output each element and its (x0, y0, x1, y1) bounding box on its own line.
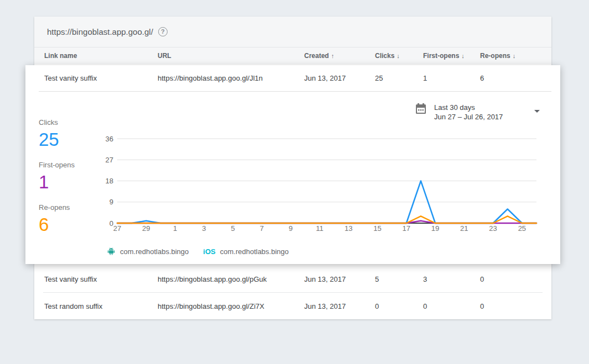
date-range-preset: Last 30 days (434, 103, 503, 112)
calendar-icon (415, 103, 426, 115)
legend-item-ios-app: iOS com.redhotlabs.bingo (203, 247, 289, 256)
first-opens-cell: 0 (423, 302, 480, 310)
svg-text:3: 3 (202, 224, 206, 233)
svg-text:27: 27 (113, 224, 121, 233)
sort-desc-icon: ↓ (461, 52, 465, 59)
svg-text:11: 11 (316, 224, 324, 233)
re-opens-cell: 0 (480, 275, 551, 283)
svg-text:9: 9 (110, 198, 113, 206)
column-header-link-name[interactable]: Link name (44, 52, 158, 60)
legend-item-android-app: com.redhotlabs.bingo (107, 247, 189, 256)
svg-text:5: 5 (231, 224, 234, 233)
sort-desc-icon: ↓ (397, 52, 400, 59)
first-opens-stat-value: 1 (39, 172, 105, 192)
clicks-stat-label: Clicks (39, 118, 105, 126)
table-header-row: Link name URL Created↑ Clicks↓ First-ope… (34, 48, 551, 64)
clicks-cell: 25 (375, 74, 423, 82)
dynamic-link-domain: https://bingoblast.app.goo.gl/ (47, 27, 153, 36)
column-header-re-opens[interactable]: Re-opens↓ (480, 52, 551, 60)
column-header-url[interactable]: URL (158, 52, 304, 60)
help-icon[interactable]: ? (158, 27, 168, 36)
stats-summary: Clicks 25 First-opens 1 Re-opens 6 (39, 118, 105, 246)
svg-text:7: 7 (260, 224, 264, 233)
first-opens-cell: 3 (423, 275, 480, 283)
svg-text:15: 15 (373, 224, 381, 233)
created-cell: Jun 13, 2017 (304, 302, 375, 310)
svg-text:17: 17 (403, 224, 410, 233)
table-row[interactable]: Test vanity suffix https://bingoblast.ap… (34, 266, 551, 292)
ios-icon: iOS (203, 247, 215, 256)
svg-text:29: 29 (142, 224, 150, 233)
expanded-link-analytics-panel: Test vanity suffix https://bingoblast.ap… (25, 65, 560, 264)
table-rows: Test vanity suffix https://bingoblast.ap… (34, 266, 551, 319)
link-name-cell: Test random suffix (44, 302, 158, 310)
svg-text:13: 13 (345, 224, 352, 233)
analytics-line-chart: 091827362729135791113151719212325 (103, 133, 551, 235)
url-cell: https://bingoblast.app.goo.gl/Zi7X (158, 302, 304, 310)
sort-asc-icon: ↑ (331, 52, 335, 59)
table-row[interactable]: Test random suffix https://bingoblast.ap… (34, 293, 551, 319)
card-header: https://bingoblast.app.goo.gl/ ? (34, 17, 551, 48)
svg-text:36: 36 (106, 135, 113, 143)
android-icon (107, 247, 116, 256)
sort-desc-icon: ↓ (513, 52, 516, 59)
link-name-cell: Test vanity suffix (44, 74, 158, 82)
svg-text:21: 21 (460, 224, 468, 233)
re-opens-cell: 0 (480, 302, 551, 310)
divider (39, 91, 551, 92)
svg-text:27: 27 (106, 156, 113, 164)
re-opens-stat-value: 6 (39, 215, 105, 235)
re-opens-cell: 6 (480, 74, 560, 82)
clicks-stat-value: 25 (39, 130, 105, 150)
svg-text:25: 25 (518, 224, 526, 233)
created-cell: Jun 13, 2017 (304, 74, 375, 82)
expanded-table-row[interactable]: Test vanity suffix https://bingoblast.ap… (34, 65, 560, 91)
clicks-cell: 0 (375, 302, 423, 310)
date-range-picker[interactable]: Last 30 days Jun 27 – Jul 26, 2017 (415, 103, 503, 122)
created-cell: Jun 13, 2017 (304, 275, 375, 283)
re-opens-stat-label: Re-opens (39, 203, 105, 212)
chevron-down-icon[interactable] (534, 110, 540, 113)
first-opens-stat-label: First-opens (39, 161, 105, 169)
clicks-cell: 5 (375, 275, 423, 283)
column-header-clicks[interactable]: Clicks↓ (375, 52, 423, 60)
date-range-dates: Jun 27 – Jul 26, 2017 (434, 112, 503, 122)
column-header-first-opens[interactable]: First-opens↓ (423, 52, 480, 60)
svg-text:18: 18 (106, 177, 113, 185)
svg-text:9: 9 (289, 224, 293, 233)
url-cell: https://bingoblast.app.goo.gl/Jl1n (158, 74, 304, 82)
first-opens-cell: 1 (423, 74, 480, 82)
legend-label: com.redhotlabs.bingo (120, 247, 189, 256)
svg-text:1: 1 (173, 224, 177, 233)
url-cell: https://bingoblast.app.goo.gl/pGuk (158, 275, 304, 283)
chart-legend: com.redhotlabs.bingo iOS com.redhotlabs.… (107, 247, 303, 256)
legend-label: com.redhotlabs.bingo (220, 247, 289, 256)
svg-text:19: 19 (431, 224, 439, 233)
svg-text:23: 23 (489, 224, 497, 233)
link-name-cell: Test vanity suffix (44, 275, 158, 283)
column-header-created[interactable]: Created↑ (304, 52, 375, 60)
